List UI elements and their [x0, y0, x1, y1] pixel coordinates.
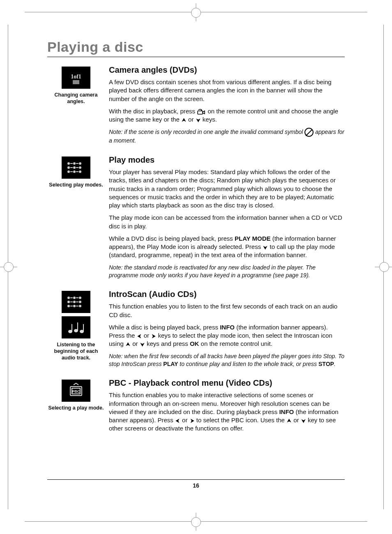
svg-rect-26 [76, 302, 78, 302]
svg-point-10 [73, 166, 76, 169]
section-heading: Play modes [109, 154, 345, 166]
svg-rect-29 [70, 306, 73, 306]
svg-rect-11 [76, 167, 78, 168]
svg-rect-6 [76, 163, 78, 164]
title-rule [47, 57, 345, 57]
down-arrow-icon [301, 418, 306, 424]
svg-point-13 [67, 170, 70, 173]
thumb-caption: Listening to the beginning of each audio… [47, 342, 105, 361]
svg-point-27 [79, 301, 81, 303]
right-arrow-icon [151, 334, 156, 339]
svg-point-15 [73, 170, 76, 173]
section-heading: PBC - Playback control menu (Video CDs) [109, 377, 345, 389]
svg-rect-4 [70, 163, 73, 164]
thumb-music-notes [62, 316, 90, 338]
svg-rect-34 [71, 324, 72, 331]
body-text: While a DVD disc is being played back, p… [109, 235, 345, 260]
svg-point-28 [67, 305, 70, 307]
svg-rect-24 [70, 302, 73, 302]
section-introscan: Listening to the beginning of each audio… [47, 289, 345, 372]
content-area: Playing a disc 1of1 Changing camera angl… [47, 39, 345, 495]
section-play-modes: Selecting play modes. Play modes Your pl… [47, 154, 345, 283]
crop-mark-top [0, 4, 392, 21]
svg-point-18 [67, 297, 70, 299]
body-text: While a disc is being played back, press… [109, 323, 345, 348]
svg-rect-21 [76, 297, 78, 298]
svg-point-7 [79, 162, 81, 165]
crop-mark-left [0, 0, 16, 534]
down-arrow-icon [196, 117, 201, 123]
thumb-caption: Selecting play modes. [47, 182, 105, 189]
body-text: The play mode icon can be accessed from … [109, 214, 345, 230]
body-text: A few DVD discs contain scenes shot from… [109, 78, 345, 103]
svg-point-32 [79, 305, 81, 307]
svg-rect-9 [70, 167, 73, 168]
thumb-introscan-list [62, 291, 90, 313]
svg-point-25 [73, 301, 76, 303]
svg-point-8 [67, 166, 70, 169]
svg-point-5 [73, 162, 76, 165]
body-text: This function enables you to listen to t… [109, 302, 345, 319]
thumb-caption: Changing camera angles. [47, 92, 105, 105]
thumb-caption: Selecting a play mode. [47, 405, 105, 412]
thumb-camera-angle: 1of1 [62, 67, 90, 89]
page-footer: 16 [47, 479, 345, 489]
svg-rect-38 [83, 324, 84, 331]
svg-rect-14 [70, 171, 73, 172]
thumb-pbc: PBC [62, 380, 90, 402]
svg-rect-2 [198, 111, 203, 114]
prohibit-icon [304, 128, 314, 137]
svg-point-3 [67, 162, 70, 165]
svg-point-20 [73, 297, 76, 299]
left-arrow-icon [175, 418, 180, 424]
crop-mark-bottom [0, 513, 392, 530]
svg-rect-31 [76, 306, 78, 306]
svg-rect-36 [77, 322, 78, 331]
body-text: With the disc in playback, press on the … [109, 107, 345, 124]
note-text: Note: when the first few seconds of all … [109, 352, 345, 368]
svg-point-30 [73, 305, 76, 307]
up-arrow-icon [125, 342, 131, 347]
section-heading: IntroScan (Audio CDs) [109, 289, 345, 300]
down-arrow-icon [140, 342, 145, 347]
section-camera-angles: 1of1 Changing camera angles. Camera angl… [47, 64, 345, 149]
manual-page: Playing a disc 1of1 Changing camera angl… [0, 0, 392, 534]
body-text: Your player has several Play modes: Stan… [109, 168, 345, 209]
note-text: Note: if the scene is only recorded in o… [109, 128, 345, 145]
svg-rect-19 [70, 297, 73, 298]
svg-point-22 [79, 297, 81, 299]
section-heading: Camera angles (DVDs) [109, 64, 345, 76]
svg-rect-1 [73, 80, 79, 84]
page-title: Playing a disc [47, 39, 345, 55]
camera-angle-icon [197, 108, 206, 115]
svg-rect-16 [76, 171, 78, 172]
up-arrow-icon [286, 418, 292, 424]
section-pbc: PBC Selecting a play mode. PBC - Playbac… [47, 377, 345, 437]
right-arrow-icon [189, 418, 195, 424]
body-text: This function enables you to make intera… [109, 391, 345, 433]
svg-text:PBC: PBC [72, 389, 80, 394]
svg-point-17 [79, 170, 81, 173]
up-arrow-icon [181, 117, 187, 123]
svg-point-12 [79, 166, 81, 169]
note-text: Note: the standard mode is reactivated f… [109, 264, 345, 279]
thumb-play-modes [62, 157, 90, 179]
svg-point-23 [67, 301, 70, 303]
left-arrow-icon [137, 334, 142, 339]
page-number: 16 [193, 482, 199, 489]
svg-text:1of1: 1of1 [71, 74, 81, 80]
crop-mark-right [376, 0, 392, 534]
down-arrow-icon [263, 245, 268, 250]
